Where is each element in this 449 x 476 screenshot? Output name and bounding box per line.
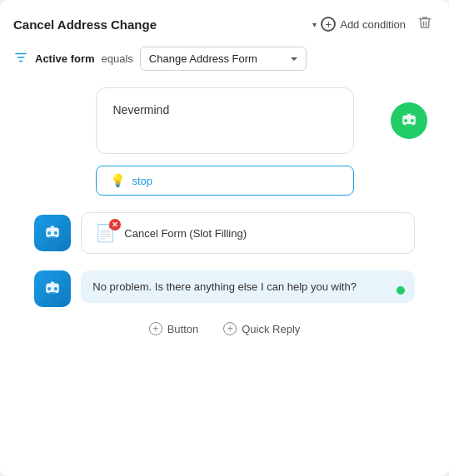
- delete-button[interactable]: [414, 13, 436, 35]
- response-row: No problem. Is there anything else I can…: [34, 270, 414, 307]
- filter-svg: [13, 50, 28, 65]
- svg-point-17: [54, 287, 57, 290]
- cancel-form-box[interactable]: 📄 ✕ Cancel Form (Slot Filling): [81, 212, 414, 254]
- filter-icon: [13, 50, 28, 68]
- arrow-down-icon: ▾: [312, 20, 317, 29]
- active-form-label: Active form: [35, 52, 95, 65]
- bot-avatar: [34, 215, 71, 251]
- bot-icon-2: [42, 278, 63, 300]
- svg-point-16: [47, 287, 51, 290]
- bot-icon: [42, 222, 63, 244]
- bulb-icon: 💡: [110, 173, 126, 188]
- svg-rect-12: [49, 236, 56, 237]
- online-dot: [397, 286, 405, 295]
- add-condition-button[interactable]: ▾ + Add condition: [312, 17, 406, 32]
- add-condition-label: Add condition: [340, 18, 406, 31]
- condition-row: Active form equals Change Address Form O…: [13, 47, 436, 71]
- main-card: Cancel Address Change ▾ + Add condition: [0, 0, 449, 476]
- svg-point-14: [52, 225, 53, 226]
- stop-label: stop: [132, 175, 153, 187]
- bot-avatar-left-2: [34, 270, 71, 307]
- response-bubble: No problem. Is there anything else I can…: [81, 270, 414, 303]
- plus-icon-button: +: [149, 322, 162, 335]
- card-header: Cancel Address Change ▾ + Add condition: [13, 13, 436, 35]
- footer-buttons: + Button + Quick Reply: [149, 319, 301, 335]
- button-add-button[interactable]: + Button: [149, 322, 199, 335]
- bot-face-icon: [398, 110, 420, 131]
- nevermind-bubble: Nevermind: [96, 87, 354, 154]
- red-x-icon: ✕: [109, 219, 121, 231]
- message-bubble-wrapper: Nevermind: [13, 87, 436, 154]
- cancel-form-row: 📄 ✕ Cancel Form (Slot Filling): [34, 212, 414, 254]
- quick-reply-button[interactable]: + Quick Reply: [223, 322, 300, 335]
- plus-circle-icon: +: [321, 17, 336, 32]
- cancel-form-label: Cancel Form (Slot Filling): [124, 227, 247, 240]
- stop-button[interactable]: 💡 stop: [96, 166, 354, 196]
- cancel-icon-wrapper: 📄 ✕: [95, 223, 116, 243]
- card-title: Cancel Address Change: [13, 17, 157, 32]
- response-text: No problem. Is there anything else I can…: [92, 280, 357, 293]
- green-bot-avatar: [391, 102, 427, 139]
- svg-point-5: [411, 119, 414, 122]
- trash-icon: [417, 15, 432, 30]
- button-label: Button: [167, 323, 199, 335]
- nevermind-text: Nevermind: [113, 103, 170, 117]
- svg-rect-18: [49, 292, 56, 293]
- form-select[interactable]: Change Address Form Other Form: [140, 47, 307, 71]
- svg-rect-6: [406, 124, 412, 125]
- bot-avatar-2: [34, 270, 71, 307]
- equals-label: equals: [102, 52, 133, 65]
- svg-point-11: [54, 231, 57, 235]
- bot-avatar-left: [34, 215, 71, 251]
- stop-btn-row: 💡 stop: [96, 166, 354, 196]
- svg-point-10: [47, 231, 51, 235]
- svg-point-8: [408, 112, 410, 114]
- quick-reply-label: Quick Reply: [242, 323, 300, 335]
- plus-icon-quick-reply: +: [223, 322, 237, 335]
- header-actions: ▾ + Add condition: [312, 13, 436, 35]
- chat-area: Nevermind 💡 stop: [13, 87, 436, 335]
- svg-point-20: [52, 280, 53, 282]
- svg-point-4: [404, 119, 407, 122]
